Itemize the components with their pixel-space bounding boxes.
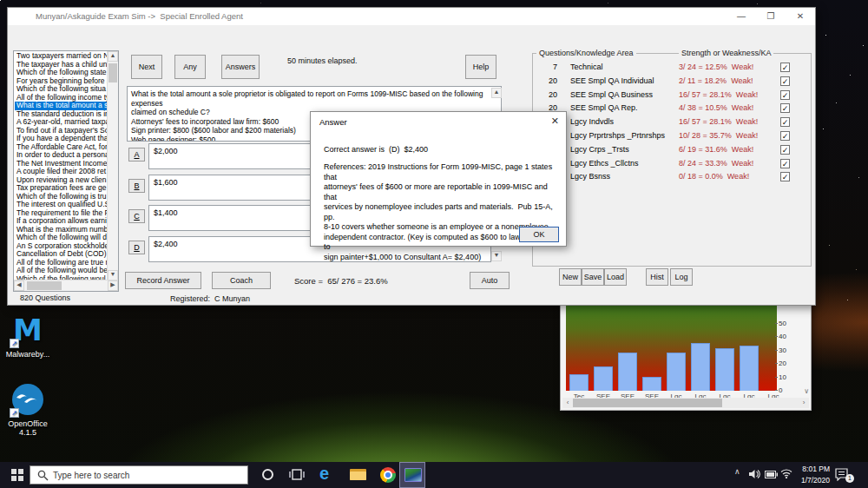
desktop-icon-openoffice[interactable]: ➚ OpenOffice 4.1.5 [0, 384, 56, 437]
question-list: Two taxpayers married on NThe taxpayer h… [15, 52, 107, 281]
question-list-vscrollbar[interactable]: ▲ ▼ [107, 51, 118, 280]
close-button[interactable]: ✕ [786, 8, 815, 25]
taskbar-search-input[interactable]: Type here to search [30, 465, 248, 485]
taskbar-clock[interactable]: 8:01 PM 1/7/2020 [788, 464, 830, 486]
question-list-box: Two taxpayers married on NThe taxpayer h… [13, 50, 119, 292]
chart-bar [618, 353, 637, 391]
any-button[interactable]: Any [174, 55, 206, 79]
auto-button[interactable]: Auto [470, 272, 510, 289]
window-title: Munyan/Askaguide Exam Sim -> Special Enr… [36, 11, 243, 21]
knowledge-stat: 8/ 24 = 33.3% Weak! [679, 159, 792, 168]
clock-time: 8:01 PM [788, 464, 830, 475]
start-button[interactable] [5, 462, 30, 488]
clock-date: 1/7/2020 [788, 475, 830, 486]
knowledge-name: Lgcy Crps _Trsts [570, 145, 629, 154]
chart-bar [740, 346, 759, 391]
scroll-right-icon[interactable]: ▶ [108, 280, 118, 291]
score-label: Score = 65/ 276 = 23.6% [294, 276, 388, 286]
chart-y-tick: 20 [779, 359, 786, 367]
record-answer-button[interactable]: Record Answer [125, 272, 201, 289]
scrollbar-thumb[interactable] [27, 281, 62, 290]
knowledge-checkbox[interactable]: ✓ [780, 145, 790, 155]
chart-horizontal-scrollbar[interactable]: ‹ › [562, 398, 809, 408]
dialog-title: Answer [319, 117, 347, 127]
help-button[interactable]: Help [465, 55, 496, 79]
knowledge-row: Lgcy Indvdls16/ 57 = 28.1% Weak!✓ [533, 117, 811, 129]
hidden-icons-chevron[interactable]: ∧ [734, 467, 740, 488]
knowledge-stat: 0/ 18 = 0.0% Weak! [679, 172, 792, 181]
dialog-close-icon[interactable]: ✕ [551, 115, 559, 127]
knowledge-checkbox[interactable]: ✓ [780, 76, 790, 86]
exam-sim-app-icon [404, 468, 422, 482]
ok-button[interactable]: OK [519, 227, 559, 242]
answers-button[interactable]: Answers [221, 55, 260, 79]
knowledge-name: SEE Smpl QA Business [570, 90, 653, 99]
log-button[interactable]: Log [670, 268, 693, 286]
scrollbar-thumb[interactable] [573, 399, 722, 407]
save-button[interactable]: Save [582, 268, 604, 286]
option-letter-button[interactable]: D [128, 241, 145, 254]
battery-icon[interactable] [765, 471, 778, 478]
search-icon [37, 470, 49, 481]
knowledge-row: Lgcy Ethcs _Cllctns8/ 24 = 33.3% Weak!✓ [533, 159, 811, 171]
scroll-left-icon[interactable]: ◀ [14, 280, 24, 291]
strength-bar-chart [566, 304, 777, 391]
load-button[interactable]: Load [604, 268, 627, 286]
knowledge-stat: 2/ 11 = 18.2% Weak! [679, 76, 792, 85]
knowledge-name: Lgcy Ethcs _Cllctns [570, 159, 639, 168]
knowledge-checkbox[interactable]: ✓ [780, 90, 790, 100]
question-list-hscrollbar[interactable]: ◀ ▶ [14, 280, 118, 291]
cortana-icon [262, 469, 273, 480]
volume-icon[interactable] [748, 469, 760, 479]
option-letter-button[interactable]: C [128, 209, 145, 223]
coach-button[interactable]: Coach [212, 272, 271, 289]
scroll-up-icon[interactable]: ▲ [108, 51, 118, 62]
hist-button[interactable]: Hist [646, 268, 668, 286]
scrollbar-thumb[interactable] [108, 63, 117, 82]
chart-bar [667, 353, 686, 391]
scroll-right-icon[interactable]: › [799, 398, 809, 408]
chart-bar [569, 374, 589, 391]
chart-bar [715, 348, 734, 391]
knowledge-stat: 4/ 38 = 10.5% Weak! [679, 103, 792, 112]
option-letter-button[interactable]: A [128, 148, 145, 162]
chart-y-tick: 0 [779, 386, 782, 394]
minimize-button[interactable]: — [727, 8, 756, 25]
strength-chart-window[interactable]: TecSEESEESEELgcLgcLgcLgcLgc ∨ ‹ › 010203… [560, 300, 812, 411]
question-scroll-up-icon[interactable]: ▲ [491, 88, 502, 98]
knowledge-stat: 16/ 57 = 28.1% Weak! [679, 90, 792, 99]
knowledge-checkbox[interactable]: ✓ [780, 117, 790, 127]
knowledge-checkbox[interactable]: ✓ [780, 131, 790, 141]
knowledge-checkbox[interactable]: ✓ [780, 159, 790, 168]
knowledge-checkbox[interactable]: ✓ [780, 172, 790, 181]
knowledge-count: 20 [536, 90, 557, 99]
exam-sim-taskbar-button[interactable] [399, 462, 425, 488]
knowledge-name: SEE Smpl QA Rep. [570, 103, 638, 112]
knowledge-area-groupbox: Questions/Knowledge Area Strength or Wea… [532, 53, 812, 267]
screen: M ➚ Malwareby... ➚ OpenOffice 4.1.5 TecS… [0, 0, 868, 488]
chart-scroll-down-icon[interactable]: ∨ [804, 387, 809, 395]
knowledge-stat: 16/ 57 = 28.1% Weak! [679, 117, 792, 126]
scroll-left-icon[interactable]: ‹ [562, 398, 573, 408]
maximize-button[interactable]: ❐ [756, 8, 786, 25]
knowledge-name: SEE Smpl QA Individual [570, 76, 654, 85]
chrome-icon [380, 467, 396, 483]
chart-y-tick: 40 [779, 333, 786, 340]
new-button[interactable]: New [559, 268, 582, 286]
titlebar[interactable]: Munyan/Askaguide Exam Sim -> Special Enr… [8, 8, 815, 25]
knowledge-row: Lgcy Prprtrshps _Prtnrshps10/ 28 = 35.7%… [533, 131, 811, 143]
registered-label: Registered: C Munyan [170, 294, 250, 303]
chart-bar [691, 343, 710, 391]
knowledge-row: Lgcy Bsnss0/ 18 = 0.0% Weak!✓ [533, 172, 811, 184]
knowledge-checkbox[interactable]: ✓ [780, 63, 790, 72]
knowledge-checkbox[interactable]: ✓ [780, 103, 790, 113]
answer-dialog: Answer ✕ Correct answer is (D) $2,400 Re… [310, 111, 567, 247]
option-letter-button[interactable]: B [128, 179, 145, 193]
desktop-icon-malwarebytes[interactable]: M ➚ Malwareby... [0, 314, 56, 359]
knowledge-count: 7 [536, 63, 557, 71]
taskbar: Type here to search e ∧ [0, 462, 868, 488]
edge-icon: e [319, 464, 329, 484]
next-button[interactable]: Next [131, 55, 162, 79]
chart-y-tick: 10 [779, 373, 786, 381]
knowledge-stat: 10/ 28 = 35.7% Weak! [679, 131, 792, 140]
